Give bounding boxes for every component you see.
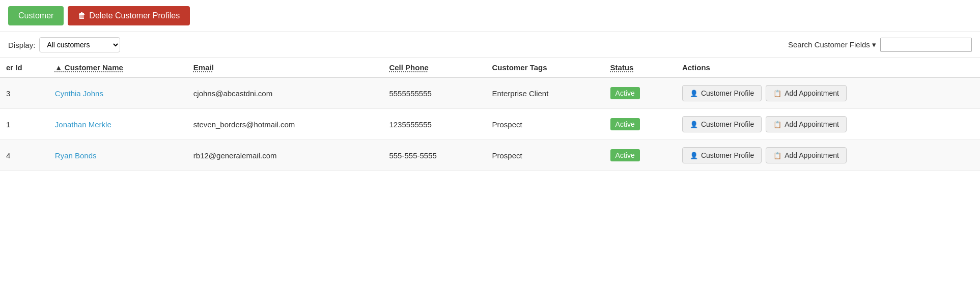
cell-customer-id: 1 — [0, 109, 49, 140]
actions-cell: 👤 Customer Profile 📋 Add Appointment — [682, 116, 974, 132]
cell-actions: 👤 Customer Profile 📋 Add Appointment — [676, 140, 980, 171]
cell-actions: 👤 Customer Profile 📋 Add Appointment — [676, 109, 980, 140]
search-fields-label: Search Customer Fields ▾ — [788, 40, 876, 49]
calendar-icon: 📋 — [773, 121, 781, 128]
customer-profile-button[interactable]: 👤 Customer Profile — [682, 116, 762, 132]
col-email-label: Email — [193, 63, 214, 72]
cell-cell-phone: 5555555555 — [383, 77, 486, 109]
customer-name-link[interactable]: Cynthia Johns — [55, 89, 103, 98]
customer-profile-button[interactable]: 👤 Customer Profile — [682, 147, 762, 163]
col-header-status[interactable]: Status — [604, 58, 676, 77]
col-header-cell-phone[interactable]: Cell Phone — [383, 58, 486, 77]
status-badge: Active — [610, 118, 640, 130]
status-badge: Active — [610, 149, 640, 161]
col-tags-label: Customer Tags — [492, 63, 547, 72]
search-input[interactable] — [880, 38, 972, 52]
cell-customer-id: 3 — [0, 77, 49, 109]
cell-customer-name: Jonathan Merkle — [49, 109, 187, 140]
actions-cell: 👤 Customer Profile 📋 Add Appointment — [682, 147, 974, 163]
customer-profile-button[interactable]: 👤 Customer Profile — [682, 85, 762, 101]
cell-customer-tags: Prospect — [486, 140, 604, 171]
add-customer-button[interactable]: Customer — [8, 6, 64, 25]
cell-email: cjohns@abcastdni.com — [187, 77, 383, 109]
cell-email: steven_borders@hotmail.com — [187, 109, 383, 140]
col-header-email[interactable]: Email — [187, 58, 383, 77]
display-filter-select[interactable]: All customers Active customers Inactive … — [39, 37, 120, 52]
filter-bar: Display: All customers Active customers … — [0, 32, 980, 58]
table-row: 3 Cynthia Johns cjohns@abcastdni.com 555… — [0, 77, 980, 109]
trash-icon: 🗑 — [78, 11, 86, 20]
col-id-label: er Id — [6, 63, 22, 72]
col-header-customer-id: er Id — [0, 58, 49, 77]
add-appointment-button[interactable]: 📋 Add Appointment — [766, 147, 847, 163]
add-appointment-button[interactable]: 📋 Add Appointment — [766, 85, 847, 101]
table-body: 3 Cynthia Johns cjohns@abcastdni.com 555… — [0, 77, 980, 171]
cell-customer-tags: Prospect — [486, 109, 604, 140]
appointment-label: Add Appointment — [785, 120, 839, 128]
person-icon: 👤 — [690, 90, 698, 97]
col-phone-label: Cell Phone — [389, 63, 429, 72]
cell-cell-phone: 1235555555 — [383, 109, 486, 140]
status-badge: Active — [610, 87, 640, 99]
col-header-actions: Actions — [676, 58, 980, 77]
customers-table: er Id ▲ Customer Name Email Cell Phone C… — [0, 58, 980, 171]
search-customer-fields-button[interactable]: Search Customer Fields ▾ — [788, 40, 876, 49]
filter-right: Search Customer Fields ▾ — [788, 38, 972, 52]
col-header-customer-tags: Customer Tags — [486, 58, 604, 77]
add-appointment-button[interactable]: 📋 Add Appointment — [766, 116, 847, 132]
person-icon: 👤 — [690, 152, 698, 159]
profile-label: Customer Profile — [701, 89, 754, 97]
profile-label: Customer Profile — [701, 120, 754, 128]
col-header-customer-name[interactable]: ▲ Customer Name — [49, 58, 187, 77]
table-row: 1 Jonathan Merkle steven_borders@hotmail… — [0, 109, 980, 140]
table-row: 4 Ryan Bonds rb12@generalemail.com 555-5… — [0, 140, 980, 171]
cell-customer-id: 4 — [0, 140, 49, 171]
cell-status: Active — [604, 140, 676, 171]
cell-customer-name: Ryan Bonds — [49, 140, 187, 171]
cell-email: rb12@generalemail.com — [187, 140, 383, 171]
person-icon: 👤 — [690, 121, 698, 128]
actions-cell: 👤 Customer Profile 📋 Add Appointment — [682, 85, 974, 101]
cell-status: Active — [604, 77, 676, 109]
delete-customer-profiles-button[interactable]: 🗑 Delete Customer Profiles — [68, 6, 190, 25]
col-name-label: ▲ Customer Name — [55, 63, 123, 72]
appointment-label: Add Appointment — [785, 151, 839, 159]
filter-left: Display: All customers Active customers … — [8, 37, 120, 52]
customer-name-link[interactable]: Ryan Bonds — [55, 151, 97, 160]
calendar-icon: 📋 — [773, 152, 781, 159]
display-label: Display: — [8, 41, 35, 49]
table-header: er Id ▲ Customer Name Email Cell Phone C… — [0, 58, 980, 77]
profile-label: Customer Profile — [701, 151, 754, 159]
cell-customer-name: Cynthia Johns — [49, 77, 187, 109]
top-bar: Customer 🗑 Delete Customer Profiles — [0, 0, 980, 32]
customer-name-link[interactable]: Jonathan Merkle — [55, 120, 111, 129]
cell-customer-tags: Enterprise Client — [486, 77, 604, 109]
col-status-label: Status — [610, 63, 634, 72]
appointment-label: Add Appointment — [785, 89, 839, 97]
cell-actions: 👤 Customer Profile 📋 Add Appointment — [676, 77, 980, 109]
add-customer-label: Customer — [18, 11, 53, 20]
cell-cell-phone: 555-555-5555 — [383, 140, 486, 171]
col-actions-label: Actions — [682, 63, 710, 72]
delete-label: Delete Customer Profiles — [89, 11, 180, 20]
header-row: er Id ▲ Customer Name Email Cell Phone C… — [0, 58, 980, 77]
calendar-icon: 📋 — [773, 90, 781, 97]
cell-status: Active — [604, 109, 676, 140]
